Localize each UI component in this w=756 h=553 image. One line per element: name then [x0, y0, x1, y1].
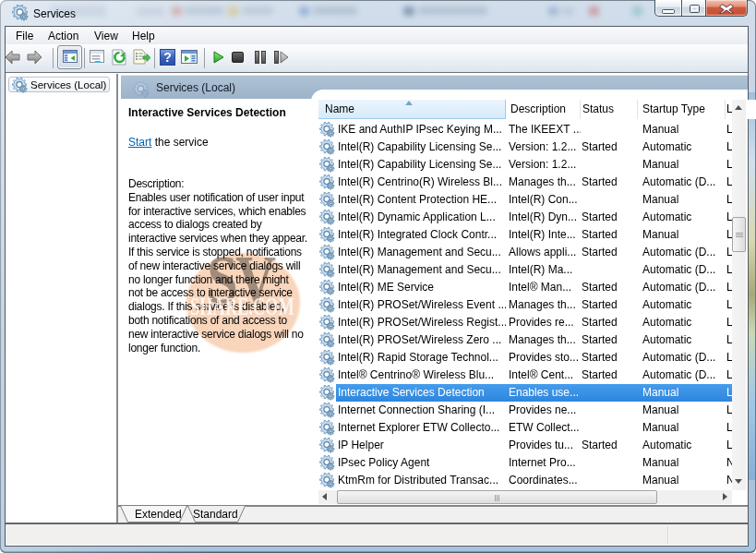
svg-text:?: ?	[163, 50, 172, 65]
